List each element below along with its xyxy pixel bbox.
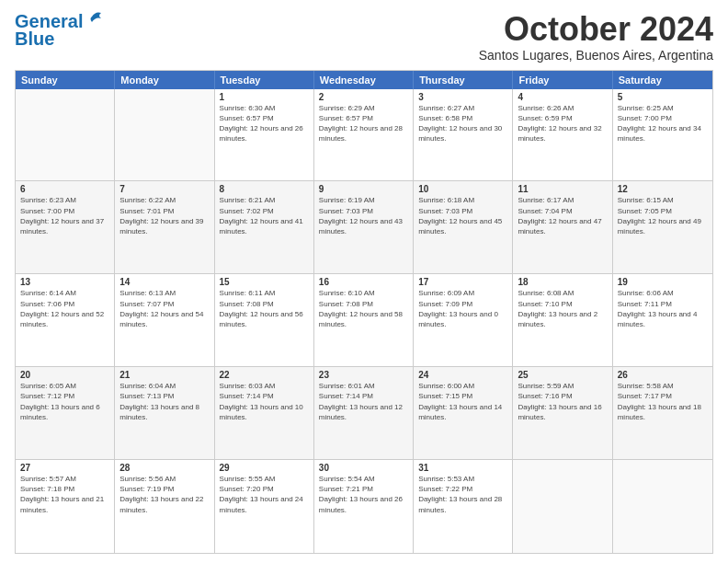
day-number: 29 [220,463,309,473]
day-info: Sunrise: 5:53 AMSunset: 7:22 PMDaylight:… [418,474,507,515]
calendar-header: SundayMondayTuesdayWednesdayThursdayFrid… [16,71,712,89]
day-number: 14 [119,277,209,287]
header-day-friday: Friday [513,71,612,89]
day-number: 26 [618,370,708,380]
day-cell-30: 30Sunrise: 5:54 AMSunset: 7:21 PMDayligh… [314,460,414,553]
calendar-week-2: 6Sunrise: 6:23 AMSunset: 7:00 PMDaylight… [16,181,712,274]
day-info: Sunrise: 6:03 AMSunset: 7:14 PMDaylight:… [220,381,309,422]
day-info: Sunrise: 6:18 AMSunset: 7:03 PMDaylight:… [418,195,507,236]
day-number: 12 [618,184,708,194]
day-info: Sunrise: 6:01 AMSunset: 7:14 PMDaylight:… [319,381,408,422]
empty-cell [513,460,612,553]
day-cell-2: 2Sunrise: 6:29 AMSunset: 6:57 PMDaylight… [314,89,414,181]
day-info: Sunrise: 6:11 AMSunset: 7:08 PMDaylight:… [220,288,309,329]
header-day-thursday: Thursday [414,71,513,89]
day-cell-22: 22Sunrise: 6:03 AMSunset: 7:14 PMDayligh… [215,367,314,459]
day-number: 25 [518,370,607,380]
calendar: SundayMondayTuesdayWednesdayThursdayFrid… [15,70,713,554]
day-number: 5 [618,92,708,102]
day-cell-13: 13Sunrise: 6:14 AMSunset: 7:06 PMDayligh… [16,274,115,366]
day-number: 27 [20,463,109,473]
day-number: 2 [319,92,408,102]
day-cell-4: 4Sunrise: 6:26 AMSunset: 6:59 PMDaylight… [513,89,612,181]
day-cell-24: 24Sunrise: 6:00 AMSunset: 7:15 PMDayligh… [414,367,513,459]
day-cell-19: 19Sunrise: 6:06 AMSunset: 7:11 PMDayligh… [613,274,712,366]
day-info: Sunrise: 6:00 AMSunset: 7:15 PMDaylight:… [418,381,507,422]
empty-cell [115,89,214,181]
day-number: 31 [418,463,507,473]
day-info: Sunrise: 6:13 AMSunset: 7:07 PMDaylight:… [119,288,209,329]
day-number: 19 [618,277,708,287]
day-cell-6: 6Sunrise: 6:23 AMSunset: 7:00 PMDaylight… [16,181,115,273]
day-info: Sunrise: 6:14 AMSunset: 7:06 PMDaylight:… [20,288,109,329]
day-cell-9: 9Sunrise: 6:19 AMSunset: 7:03 PMDaylight… [314,181,414,273]
day-number: 20 [20,370,109,380]
header-day-tuesday: Tuesday [215,71,314,89]
day-number: 10 [418,184,507,194]
day-info: Sunrise: 6:19 AMSunset: 7:03 PMDaylight:… [319,195,408,236]
day-cell-26: 26Sunrise: 5:58 AMSunset: 7:17 PMDayligh… [613,367,712,459]
day-cell-3: 3Sunrise: 6:27 AMSunset: 6:58 PMDaylight… [414,89,513,181]
day-cell-29: 29Sunrise: 5:55 AMSunset: 7:20 PMDayligh… [215,460,314,553]
day-number: 21 [119,370,209,380]
day-info: Sunrise: 5:57 AMSunset: 7:18 PMDaylight:… [20,474,109,515]
day-number: 6 [20,184,109,194]
day-cell-14: 14Sunrise: 6:13 AMSunset: 7:07 PMDayligh… [115,274,214,366]
day-cell-5: 5Sunrise: 6:25 AMSunset: 7:00 PMDaylight… [613,89,712,181]
day-info: Sunrise: 6:06 AMSunset: 7:11 PMDaylight:… [618,288,708,329]
day-info: Sunrise: 6:08 AMSunset: 7:10 PMDaylight:… [518,288,607,329]
calendar-week-5: 27Sunrise: 5:57 AMSunset: 7:18 PMDayligh… [16,460,712,553]
day-info: Sunrise: 6:05 AMSunset: 7:12 PMDaylight:… [20,381,109,422]
day-cell-12: 12Sunrise: 6:15 AMSunset: 7:05 PMDayligh… [613,181,712,273]
calendar-week-1: 1Sunrise: 6:30 AMSunset: 6:57 PMDaylight… [16,89,712,182]
day-number: 9 [319,184,408,194]
day-info: Sunrise: 6:23 AMSunset: 7:00 PMDaylight:… [20,195,109,236]
header-day-wednesday: Wednesday [314,71,414,89]
day-info: Sunrise: 6:15 AMSunset: 7:05 PMDaylight:… [618,195,708,236]
day-info: Sunrise: 5:55 AMSunset: 7:20 PMDaylight:… [220,474,309,515]
day-number: 17 [418,277,507,287]
header-day-saturday: Saturday [613,71,712,89]
day-cell-25: 25Sunrise: 5:59 AMSunset: 7:16 PMDayligh… [513,367,612,459]
header-day-sunday: Sunday [16,71,115,89]
day-number: 28 [119,463,209,473]
day-info: Sunrise: 6:10 AMSunset: 7:08 PMDaylight:… [319,288,408,329]
day-cell-7: 7Sunrise: 6:22 AMSunset: 7:01 PMDaylight… [115,181,214,273]
day-info: Sunrise: 6:26 AMSunset: 6:59 PMDaylight:… [518,103,607,144]
day-info: Sunrise: 6:27 AMSunset: 6:58 PMDaylight:… [418,103,507,144]
day-number: 4 [518,92,607,102]
day-number: 8 [220,184,309,194]
day-cell-1: 1Sunrise: 6:30 AMSunset: 6:57 PMDaylight… [215,89,314,181]
day-cell-28: 28Sunrise: 5:56 AMSunset: 7:19 PMDayligh… [115,460,214,553]
calendar-week-3: 13Sunrise: 6:14 AMSunset: 7:06 PMDayligh… [16,274,712,367]
day-info: Sunrise: 6:30 AMSunset: 6:57 PMDaylight:… [220,103,309,144]
day-info: Sunrise: 6:17 AMSunset: 7:04 PMDaylight:… [518,195,607,236]
day-cell-15: 15Sunrise: 6:11 AMSunset: 7:08 PMDayligh… [215,274,314,366]
day-cell-27: 27Sunrise: 5:57 AMSunset: 7:18 PMDayligh… [16,460,115,553]
day-info: Sunrise: 5:59 AMSunset: 7:16 PMDaylight:… [518,381,607,422]
page: General Blue October 2024 Santos Lugares… [0,0,728,563]
day-cell-18: 18Sunrise: 6:08 AMSunset: 7:10 PMDayligh… [513,274,612,366]
location-title: Santos Lugares, Buenos Aires, Argentina [479,48,713,63]
day-cell-8: 8Sunrise: 6:21 AMSunset: 7:02 PMDaylight… [215,181,314,273]
day-number: 1 [220,92,309,102]
calendar-week-4: 20Sunrise: 6:05 AMSunset: 7:12 PMDayligh… [16,367,712,460]
day-cell-21: 21Sunrise: 6:04 AMSunset: 7:13 PMDayligh… [115,367,214,459]
day-number: 23 [319,370,408,380]
day-number: 16 [319,277,408,287]
header-day-monday: Monday [115,71,214,89]
logo-bird-icon [85,11,105,28]
day-cell-17: 17Sunrise: 6:09 AMSunset: 7:09 PMDayligh… [414,274,513,366]
empty-cell [16,89,115,181]
logo: General Blue [15,11,105,50]
day-number: 3 [418,92,507,102]
day-number: 7 [119,184,209,194]
day-info: Sunrise: 6:09 AMSunset: 7:09 PMDaylight:… [418,288,507,329]
day-number: 30 [319,463,408,473]
day-cell-20: 20Sunrise: 6:05 AMSunset: 7:12 PMDayligh… [16,367,115,459]
day-info: Sunrise: 6:29 AMSunset: 6:57 PMDaylight:… [319,103,408,144]
day-info: Sunrise: 6:25 AMSunset: 7:00 PMDaylight:… [618,103,708,144]
day-cell-31: 31Sunrise: 5:53 AMSunset: 7:22 PMDayligh… [414,460,513,553]
day-cell-10: 10Sunrise: 6:18 AMSunset: 7:03 PMDayligh… [414,181,513,273]
day-info: Sunrise: 6:21 AMSunset: 7:02 PMDaylight:… [220,195,309,236]
